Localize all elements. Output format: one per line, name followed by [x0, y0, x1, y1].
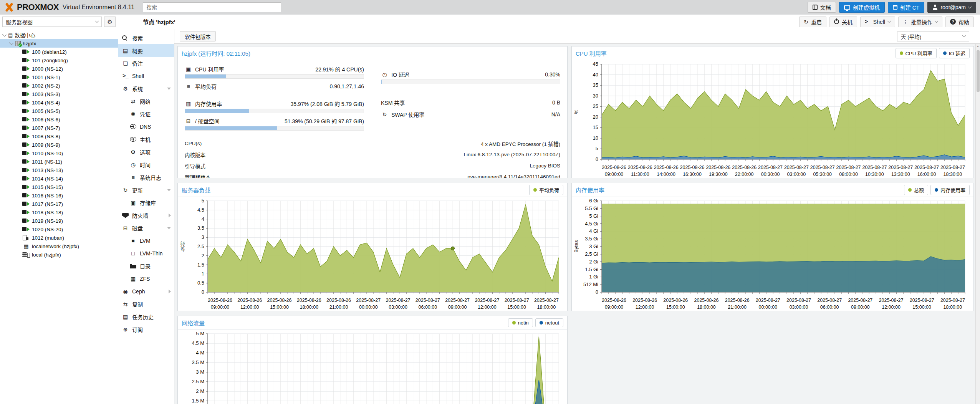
certificates-icon: ✺: [130, 111, 136, 117]
nav-item-label: ZFS: [140, 276, 150, 282]
tree-item[interactable]: 1018 (NS-18): [0, 208, 118, 217]
nav-item-options[interactable]: ⚙选项: [118, 146, 174, 158]
tree-item[interactable]: 1007 (NS-7): [0, 124, 118, 132]
x-tick-label: 2025-08-27 00:30:00: [758, 164, 783, 178]
tree-settings-button[interactable]: ⚙: [104, 17, 116, 27]
tree-item[interactable]: local (hzjpfx): [0, 250, 118, 259]
tree-item-label: 1013 (NS-13): [32, 167, 63, 173]
nav-item-firewall[interactable]: 防火墙: [118, 209, 174, 222]
create-ct-button[interactable]: 创建 CT: [888, 2, 925, 13]
x-tick-label: 2025-08-26 15:00:00: [663, 297, 688, 311]
nav-item-search[interactable]: 搜索: [118, 31, 174, 44]
nav-item-directory[interactable]: 目录: [118, 260, 174, 272]
legend-item[interactable]: CPU 利用率: [896, 48, 937, 58]
y-tick-label: 3 M: [196, 369, 204, 375]
y-tick-label: 2.5 Gi: [585, 252, 598, 257]
tree-item[interactable]: 1009 (NS-9): [0, 141, 118, 149]
legend-item[interactable]: 平均负荷: [529, 185, 563, 195]
time-range-value: 天 (平均): [901, 33, 963, 40]
create-vm-button[interactable]: 创建虚拟机: [839, 2, 885, 13]
legend-item[interactable]: 总额: [904, 185, 928, 195]
nav-item-replication[interactable]: ⇆复制: [118, 298, 174, 310]
documentation-button[interactable]: 文档: [808, 2, 836, 13]
nav-item-notes[interactable]: ❏备注: [118, 57, 174, 70]
tree-item[interactable]: 1006 (NS-6): [0, 115, 118, 124]
tree-item[interactable]: 1017 (NS-17): [0, 200, 118, 208]
summary-title: hzjpfx (运行时间: 02:11:05): [182, 49, 250, 57]
nav-item-dns[interactable]: DNS: [118, 120, 174, 133]
vm-icon: [22, 91, 30, 97]
help-button[interactable]: ?帮助: [945, 17, 974, 27]
legend-item[interactable]: 内存使用率: [930, 185, 970, 195]
tree-item[interactable]: 1019 (NS-19): [0, 217, 118, 225]
scroll-up-icon[interactable]: ▲: [976, 44, 980, 48]
nav-item-zfs[interactable]: ▦ZFS: [118, 272, 174, 285]
tree-item[interactable]: 1005 (NS-5): [0, 107, 118, 115]
nav-item-task-history[interactable]: ▤任务历史: [118, 310, 174, 323]
tree-item[interactable]: 1013 (NS-13): [0, 166, 118, 174]
scrollbar-thumb[interactable]: [977, 50, 980, 92]
nav-item-hosts[interactable]: 主机: [118, 133, 174, 146]
tree-item[interactable]: 1014 (NS-14): [0, 174, 118, 183]
user-menu-button[interactable]: root@pam: [927, 2, 976, 13]
legend-item[interactable]: IO 延迟: [939, 48, 970, 58]
vertical-scrollbar[interactable]: ▲: [975, 44, 980, 404]
tree-item[interactable]: 1001 (NS-1): [0, 73, 118, 81]
legend-item[interactable]: netout: [535, 318, 563, 327]
tree-item[interactable]: 1004 (NS-4): [0, 98, 118, 107]
x-axis-labels: 2025-08-26 09:00:002025-08-26 12:00:0020…: [602, 297, 965, 311]
nav-item-syslog[interactable]: ≡系统日志: [118, 171, 174, 184]
tree-item[interactable]: 100 (debian12): [0, 48, 118, 56]
nav-item-summary[interactable]: ▤概要: [118, 44, 174, 57]
nav-item-ceph[interactable]: ◉Ceph: [118, 285, 174, 298]
nav-item-time[interactable]: ◷时间: [118, 158, 174, 171]
nav-item-repositories[interactable]: ▣存储库: [118, 196, 174, 209]
user-label: root@pam: [940, 4, 966, 10]
tree-item[interactable]: 1012 (muban): [0, 233, 118, 242]
tree-item[interactable]: 1010 (NS-10): [0, 149, 118, 157]
y-tick-label: 4 M: [196, 350, 204, 356]
tree-item[interactable]: 1015 (NS-15): [0, 183, 118, 191]
tree-item[interactable]: 1000 (NS-12): [0, 65, 118, 73]
plot-area: 2025-08-26 09:00:002025-08-26 12:00:0020…: [208, 201, 563, 311]
shutdown-button[interactable]: 关机: [829, 17, 857, 27]
nav-item-lvm[interactable]: ■LVM: [118, 234, 174, 247]
view-selector[interactable]: 服务器视图: [2, 17, 102, 27]
time-range-select[interactable]: 天 (平均): [897, 31, 969, 41]
tree-item[interactable]: 1003 (NS-3): [0, 90, 118, 98]
bulk-actions-button[interactable]: ⋮批量操作: [898, 17, 942, 27]
package-versions-button[interactable]: 软件包版本: [180, 31, 216, 41]
vm-icon: [22, 218, 30, 224]
y-tick-label: 1.5 M: [192, 398, 204, 404]
shell-button[interactable]: >_Shell: [860, 17, 895, 27]
tree-item[interactable]: 1002 (NS-2): [0, 81, 118, 90]
nav-item-certificates[interactable]: ✺凭证: [118, 108, 174, 120]
shell-icon: >_: [122, 73, 129, 79]
search-input[interactable]: [143, 2, 281, 12]
nav-item-disks[interactable]: ⊟磁盘: [118, 222, 174, 234]
nav-item-lvmthin[interactable]: □LVM-Thin: [118, 247, 174, 260]
nav-item-system[interactable]: ⚙系统: [118, 82, 174, 95]
tree-item[interactable]: 1008 (NS-8): [0, 132, 118, 141]
restart-button[interactable]: ↻重启: [799, 17, 826, 27]
tree-item[interactable]: ▦localnetwork (hzjpfx): [0, 242, 118, 250]
monitor-icon: [844, 5, 850, 10]
nav-item-label: 网络: [140, 98, 151, 105]
chart-title: 服务器负载: [182, 186, 210, 194]
nav-item-shell[interactable]: >_Shell: [118, 70, 174, 82]
nav-item-label: 订阅: [132, 326, 143, 333]
legend-item[interactable]: netin: [508, 318, 533, 327]
nav-item-subscription[interactable]: ⊕订阅: [118, 323, 174, 336]
tree-item[interactable]: 1016 (NS-16): [0, 191, 118, 200]
tree-item[interactable]: 101 (zongkong): [0, 56, 118, 65]
x-tick-label: 2025-08-27 03:00:00: [386, 297, 411, 311]
tree-item-node-hzjpfx[interactable]: hzjpfx: [0, 39, 118, 48]
chart-title: 网络流量: [182, 319, 205, 327]
x-tick-label: 2025-08-27 00:00:00: [356, 297, 381, 311]
y-tick-label: 4: [202, 217, 204, 222]
nav-item-updates[interactable]: ↻更新: [118, 184, 174, 196]
nav-item-network[interactable]: ⇄网络: [118, 95, 174, 108]
tree-item-datacenter[interactable]: ▤ 数据中心: [0, 31, 118, 39]
tree-item[interactable]: 1011 (NS-11): [0, 157, 118, 166]
tree-item[interactable]: 1020 (NS-20): [0, 225, 118, 233]
